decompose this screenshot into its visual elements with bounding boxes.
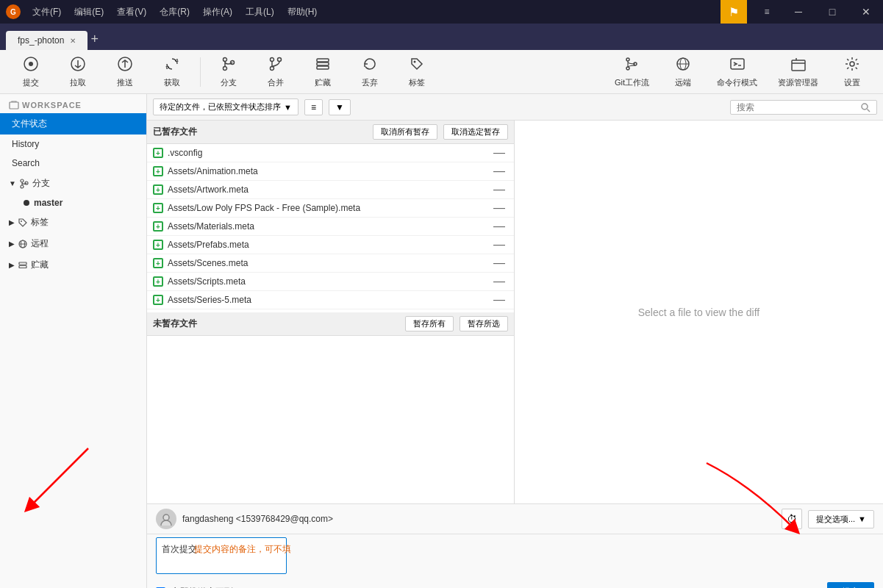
stage-all-btn[interactable]: 暂存所有 (405, 316, 454, 331)
file-name-2: Assets/Artwork.meta (168, 184, 486, 195)
svg-rect-21 (792, 60, 805, 71)
file-unstage-4[interactable]: — (490, 220, 508, 233)
commit-options-arrow: ▼ (858, 514, 866, 523)
staged-file-8[interactable]: + Assets/Series-5.meta — (147, 291, 514, 309)
menu-actions[interactable]: 操作(A) (197, 3, 238, 21)
sidebar-item-search[interactable]: Search (0, 154, 146, 173)
branches-chevron: ▼ (9, 179, 16, 187)
staged-file-list: + .vsconfig — + Assets/Animation.meta — … (147, 144, 514, 312)
toolbar-terminal[interactable]: 命令行模式 (708, 53, 766, 91)
toolbar-stash[interactable]: 贮藏 (301, 53, 345, 91)
minimize-button[interactable]: ─ (782, 0, 815, 24)
diff-placeholder: Select a file to view the diff (638, 306, 760, 318)
cancel-all-staged-btn[interactable]: 取消所有暂存 (373, 124, 437, 140)
commit-submit-btn[interactable]: 提交 (827, 582, 874, 588)
svg-point-25 (21, 185, 24, 188)
toolbar-sep-1 (200, 57, 201, 87)
staged-header: 已暂存文件 取消所有暂存 取消选定暂存 (147, 121, 514, 144)
branch-label: 分支 (221, 77, 237, 88)
filter-view-btn[interactable]: ≡ (304, 99, 323, 115)
tag-label: 标签 (409, 77, 425, 88)
fetch-icon (164, 56, 180, 76)
staged-file-5[interactable]: + Assets/Prefabs.meta — (147, 236, 514, 254)
toolbar-settings[interactable]: 设置 (830, 53, 874, 91)
unstaged-file-list (147, 336, 514, 504)
menu-tools[interactable]: 工具(L) (240, 3, 280, 21)
close-button[interactable]: ✕ (849, 0, 883, 24)
search-bar (730, 100, 877, 115)
cancel-selected-staged-btn[interactable]: 取消选定暂存 (443, 124, 508, 140)
stage-selected-btn[interactable]: 暂存所选 (460, 316, 508, 331)
merge-label: 合并 (268, 77, 284, 88)
sidebar-section-branches[interactable]: ▼ 分支 (0, 173, 146, 194)
file-unstage-3[interactable]: — (490, 201, 508, 215)
gitflow-icon (623, 56, 640, 76)
sidebar-branch-master[interactable]: master (0, 194, 146, 212)
user-avatar (156, 509, 176, 529)
sidebar-section-remotes[interactable]: ▶ 远程 (0, 233, 146, 254)
staged-file-4[interactable]: + Assets/Materials.meta — (147, 218, 514, 236)
toolbar-branch[interactable]: 分支 (207, 53, 251, 91)
stash-label: 贮藏 (315, 77, 331, 88)
menu-edit[interactable]: 编辑(E) (68, 3, 110, 21)
file-unstage-6[interactable]: — (490, 257, 508, 270)
settings-icon (844, 56, 860, 76)
toolbar-explorer[interactable]: 资源管理器 (769, 53, 827, 91)
staged-file-7[interactable]: + Assets/Scripts.meta — (147, 273, 514, 291)
sidebar-item-file-status[interactable]: 文件状态 (0, 113, 146, 135)
commit-options-btn[interactable]: 提交选项... ▼ (808, 510, 874, 528)
file-name-4: Assets/Materials.meta (168, 221, 486, 232)
toolbar-pull[interactable]: 拉取 (56, 53, 100, 91)
commit-message-input[interactable] (156, 537, 287, 574)
push-label: 推送 (117, 77, 133, 88)
file-name-5: Assets/Prefabs.meta (168, 240, 486, 250)
app-logo: G (6, 4, 21, 19)
sidebar-section-tags[interactable]: ▶ 标签 (0, 212, 146, 233)
file-unstage-0[interactable]: — (490, 146, 508, 159)
menu-repo[interactable]: 仓库(R) (154, 3, 196, 21)
hamburger-menu[interactable]: ≡ (754, 0, 780, 24)
toolbar-fetch[interactable]: 获取 (150, 53, 194, 91)
menu-view[interactable]: 查看(V) (111, 3, 152, 21)
svg-point-13 (414, 60, 416, 62)
search-input[interactable] (737, 102, 860, 112)
file-add-icon-7: + (153, 276, 163, 287)
maximize-button[interactable]: □ (815, 0, 849, 24)
toolbar-merge[interactable]: 合并 (254, 53, 298, 91)
staged-file-3[interactable]: + Assets/Low Poly FPS Pack - Free (Sampl… (147, 199, 514, 218)
tab-close-button[interactable]: ✕ (70, 37, 76, 45)
toolbar-discard[interactable]: 丢弃 (348, 53, 392, 91)
filter-options-btn[interactable]: ▼ (329, 99, 351, 115)
staged-file-6[interactable]: + Assets/Scenes.meta — (147, 254, 514, 273)
staged-file-0[interactable]: + .vsconfig — (147, 144, 514, 162)
menu-help[interactable]: 帮助(H) (282, 3, 323, 21)
staged-file-1[interactable]: + Assets/Animation.meta — (147, 162, 514, 181)
filter-dropdown[interactable]: 待定的文件，已依照文件状态排序 ▼ (153, 98, 298, 115)
file-add-icon: + (153, 148, 163, 158)
file-unstage-8[interactable]: — (490, 293, 508, 306)
staged-file-2[interactable]: + Assets/Artwork.meta — (147, 181, 514, 199)
stashes-chevron: ▶ (9, 261, 15, 269)
file-unstage-2[interactable]: — (490, 183, 508, 196)
sidebar-section-stashes[interactable]: ▶ 贮藏 (0, 254, 146, 276)
toolbar-tag[interactable]: 标签 (395, 53, 439, 91)
menu-file[interactable]: 文件(F) (26, 3, 67, 21)
file-unstage-1[interactable]: — (490, 165, 508, 178)
unstaged-title: 未暂存文件 (153, 318, 399, 330)
sidebar-item-history[interactable]: History (0, 135, 146, 154)
flag-icon: ⚑ (721, 0, 747, 24)
new-tab-button[interactable]: + (90, 32, 99, 50)
toolbar-push[interactable]: 推送 (103, 53, 147, 91)
toolbar-right: Git工作流 远端 命令行模式 资源管理器 (606, 53, 874, 91)
file-unstage-5[interactable]: — (490, 238, 508, 251)
sidebar: WORKSPACE 文件状态 History Search ▼ 分支 maste… (0, 94, 147, 588)
settings-label: 设置 (844, 77, 860, 88)
repo-tab[interactable]: fps_-photon ✕ (6, 31, 87, 50)
commit-history-btn[interactable]: ⏱ (782, 509, 802, 529)
svg-point-14 (626, 58, 629, 61)
toolbar-commit[interactable]: 提交 (9, 53, 53, 91)
file-unstage-7[interactable]: — (490, 275, 508, 288)
toolbar-gitflow[interactable]: Git工作流 (606, 53, 658, 91)
svg-point-8 (271, 66, 274, 70)
toolbar-remote[interactable]: 远端 (661, 53, 705, 91)
